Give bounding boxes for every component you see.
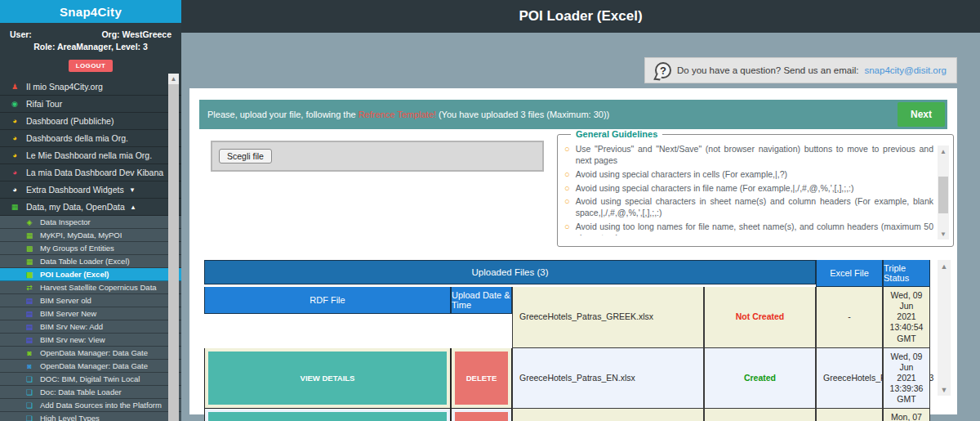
- view-details-button[interactable]: VIEW DETAILS: [208, 352, 447, 405]
- view-details-cell: VIEW DETAILS: [204, 409, 451, 421]
- sidebar-subitem[interactable]: Add Data Sources into the Platform: [0, 399, 181, 412]
- sidebar-item-label: Data, my Data, OpenData: [26, 202, 125, 212]
- sidebar-subitem[interactable]: DOC: BIM, Digital Twin Local: [0, 373, 181, 386]
- scroll-down-icon[interactable]: ▼: [938, 383, 951, 396]
- next-button[interactable]: Next: [898, 102, 945, 127]
- sidebar-item-label: Le Mie Dashboard nella mia Org.: [26, 150, 152, 160]
- view-details-button[interactable]: VIEW DETAILS: [208, 412, 447, 421]
- sidebar: Snap4City User: Org: WestGreece Role: Ar…: [0, 0, 181, 421]
- sidebar-subitem[interactable]: Harvest Satellite Copernicus Data: [0, 281, 181, 294]
- page-header: POI Loader (Excel): [181, 0, 980, 33]
- help-email-link[interactable]: snap4city@disit.org: [864, 65, 947, 75]
- choose-file-button[interactable]: Scegli file: [219, 149, 272, 163]
- sidebar-item[interactable]: Data, my Data, OpenData ▴: [0, 199, 181, 216]
- sidebar-subitem[interactable]: OpenData Manager: Data Gate: [0, 347, 181, 360]
- upload-message-before: Please, upload your file, following the: [207, 110, 359, 119]
- scroll-up-icon[interactable]: ▲: [938, 260, 951, 272]
- sidebar-item-label: Dashboard (Pubbliche): [26, 116, 114, 126]
- sidebar-subitem-label: Doc: Data Table Loader: [40, 387, 122, 396]
- sidebar-subitem[interactable]: My Groups of Entities: [0, 242, 181, 255]
- sidebar-item[interactable]: Rifai Tour: [0, 96, 181, 113]
- sidebar-subitem[interactable]: High Level Types: [0, 412, 181, 421]
- delete-button[interactable]: DELETE: [455, 412, 508, 421]
- question-bubble-icon: ?: [655, 62, 671, 78]
- sidebar-subitem-label: Harvest Satellite Copernicus Data: [40, 283, 157, 292]
- sidebar-subitem-label: OpenData Manager: Data Gate: [40, 348, 148, 357]
- sidebar-item[interactable]: Dashboards della mia Org.: [0, 130, 181, 147]
- sidebar-subitem[interactable]: Data Table Loader (Excel): [0, 255, 181, 268]
- doc-icon: [24, 388, 34, 396]
- upload-date-cell: Wed, 09 Jun 2021 13:39:36 GMT: [883, 348, 930, 410]
- guideline-item: Use "Previous" and "Next/Save" (not brow…: [564, 144, 933, 167]
- dashboard-icon: [10, 168, 20, 177]
- delete-button[interactable]: DELETE: [455, 352, 508, 405]
- sidebar-subitem-label: BIM Server New: [40, 309, 96, 318]
- reference-template-link[interactable]: Refrence Template!: [359, 110, 436, 119]
- content-panel: Please, upload your file, following the …: [189, 88, 957, 414]
- sidebar-subitem-label: MyKPI, MyData, MyPOI: [40, 231, 122, 240]
- user-info-block: User: Org: WestGreece Role: AreaManager,…: [0, 23, 181, 77]
- logout-button[interactable]: LOGOUT: [69, 60, 114, 72]
- view-details-cell: VIEW DETAILS: [204, 348, 451, 410]
- status-badge: Created: [744, 373, 776, 383]
- column-header-triple-status: Triple Status: [883, 260, 930, 287]
- guidelines-scrollbar[interactable]: ▲ ▼: [938, 146, 949, 240]
- sidebar-subitem-label: Add Data Sources into the Platform: [40, 401, 162, 410]
- sidebar-submenu: Data Inspector MyKPI, MyData, MyPOI My G…: [0, 216, 181, 421]
- guideline-text: Avoid using too long names for file name…: [576, 222, 933, 235]
- sidebar-subitem[interactable]: BIM Server old: [0, 294, 181, 307]
- guideline-item: Avoid using special characters in file n…: [564, 183, 933, 195]
- org-label: Org: WestGreece: [101, 29, 172, 39]
- file-upload-area[interactable]: Scegli file: [211, 141, 544, 172]
- triple-status-cell: Not Created: [704, 287, 816, 348]
- sidebar-item[interactable]: Extra Dashboard Widgets ▾: [0, 181, 181, 199]
- server-icon: [24, 336, 34, 344]
- scroll-up-icon[interactable]: ▲: [168, 74, 179, 84]
- sidebar-subitem[interactable]: POI Loader (Excel): [0, 268, 181, 281]
- exchange-icon: [24, 284, 34, 292]
- caret-icon: ▴: [131, 203, 136, 211]
- sidebar-item-label: Dashboards della mia Org.: [26, 133, 128, 143]
- scroll-up-icon[interactable]: ▲: [938, 146, 949, 157]
- scrollbar-thumb[interactable]: [938, 177, 948, 213]
- bell-icon: [10, 100, 20, 108]
- table-icon: [24, 271, 34, 279]
- sidebar-subitem[interactable]: Doc: Data Table Loader: [0, 386, 181, 399]
- rdf-file-cell: PeripheralUnitofIlia_Olympia.n3: [816, 409, 883, 421]
- upload-date-cell: Mon, 07 Jun 2021 11:37:27 GMT: [883, 409, 930, 421]
- sidebar-subitem-label: BIM Srv New: Add: [40, 322, 103, 331]
- column-header-rdf-file: RDF File: [204, 287, 451, 314]
- sidebar-item-label: Rifai Tour: [26, 99, 62, 109]
- upload-message-after: (You have uploaded 3 files (Maximum: 30)…: [436, 110, 609, 119]
- sidebar-subitem-label: OpenData Manager: Data Gate: [40, 361, 148, 370]
- delete-cell: DELETE: [451, 409, 512, 421]
- sidebar-item[interactable]: Il mio Snap4City.org: [0, 78, 181, 96]
- sidebar-subitem-label: BIM Server old: [40, 296, 91, 305]
- upload-date-cell: Wed, 09 Jun 2021 13:40:54 GMT: [883, 287, 930, 348]
- sidebar-subitem[interactable]: BIM Srv New: Add: [0, 320, 181, 334]
- brand-logo[interactable]: Snap4City: [0, 0, 181, 23]
- triple-status-cell: Created: [704, 409, 816, 421]
- sidebar-item[interactable]: La mia Data Dashboard Dev Kibana: [0, 164, 181, 181]
- status-badge: Not Created: [736, 311, 785, 322]
- guideline-text: Avoid using special characters in cells …: [576, 169, 933, 181]
- dashboard-icon: [10, 117, 20, 125]
- uploaded-files-table: Uploaded Files (3) Excel File Triple Sta…: [204, 260, 930, 421]
- sidebar-item[interactable]: Dashboard (Pubbliche): [0, 113, 181, 130]
- sidebar-subitem[interactable]: MyKPI, MyData, MyPOI: [0, 229, 181, 242]
- sidebar-subitem-label: BIM Srv new: View: [40, 335, 105, 344]
- help-text: Do you have a question? Send us an email…: [677, 65, 858, 75]
- table-scrollbar[interactable]: ▲ ▼: [938, 260, 951, 396]
- sidebar-subitem[interactable]: OpenData Manager: Data Gate: [0, 360, 181, 373]
- upload-message: Please, upload your file, following the …: [207, 110, 609, 119]
- sidebar-item[interactable]: Le Mie Dashboard nella mia Org.: [0, 147, 181, 164]
- sidebar-subitem[interactable]: BIM Server New: [0, 307, 181, 320]
- scroll-down-icon[interactable]: ▼: [938, 228, 949, 240]
- sidebar-subitem[interactable]: BIM Srv new: View: [0, 334, 181, 347]
- guideline-item: Avoid using special characters in sheet …: [564, 196, 933, 219]
- page-title: POI Loader (Excel): [519, 8, 642, 25]
- sidebar-scrollbar[interactable]: ▲: [168, 74, 179, 421]
- sidebar-subitem-label: High Level Types: [40, 414, 100, 421]
- sidebar-subitem[interactable]: Data Inspector: [0, 216, 181, 229]
- server-icon: [24, 323, 34, 331]
